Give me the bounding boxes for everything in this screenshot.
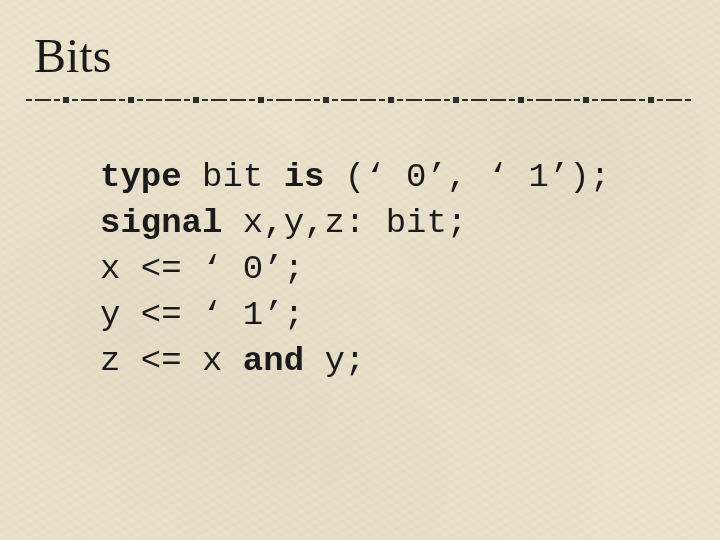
slide-title: Bits <box>34 32 111 80</box>
code-line-5: z <= x and y; <box>100 342 365 380</box>
keyword-is: is <box>284 158 325 196</box>
code-text: (‘ 0’, ‘ 1’); <box>324 158 610 196</box>
title-divider <box>26 96 694 104</box>
code-block: type bit is (‘ 0’, ‘ 1’); signal x,y,z: … <box>100 154 610 384</box>
keyword-type: type <box>100 158 182 196</box>
code-text: x,y,z: bit; <box>222 204 467 242</box>
keyword-and: and <box>243 342 304 380</box>
code-text: bit <box>182 158 284 196</box>
slide: Bits type bit is (‘ 0’, ‘ 1’); si <box>0 0 720 540</box>
code-text: y; <box>304 342 365 380</box>
code-text: z <= x <box>100 342 243 380</box>
code-line-2: signal x,y,z: bit; <box>100 204 467 242</box>
code-line-4: y <= ‘ 1’; <box>100 296 304 334</box>
code-line-3: x <= ‘ 0’; <box>100 250 304 288</box>
keyword-signal: signal <box>100 204 222 242</box>
code-line-1: type bit is (‘ 0’, ‘ 1’); <box>100 158 610 196</box>
